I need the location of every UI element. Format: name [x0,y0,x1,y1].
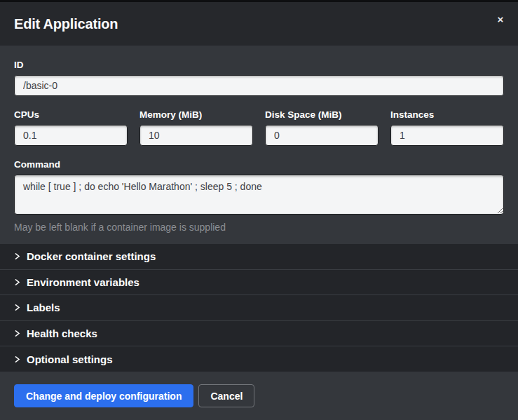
modal-footer: Change and deploy configuration Cancel [0,372,518,420]
accordion: Docker container settings Environment va… [0,244,518,372]
change-and-deploy-button[interactable]: Change and deploy configuration [14,384,193,407]
form-section: ID CPUs Memory (MiB) Disk Space (MiB) In… [0,46,518,244]
accordion-section-label: Environment variables [27,276,139,288]
cpus-field-label: CPUs [14,109,128,120]
chevron-right-icon [14,279,20,285]
instances-field-group: Instances [390,109,504,146]
accordion-section-labels[interactable]: Labels [0,295,518,321]
chevron-right-icon [14,330,20,337]
memory-field-group: Memory (MiB) [139,109,253,146]
accordion-section-optional-settings[interactable]: Optional settings [0,346,518,372]
cpus-field-group: CPUs [14,109,128,146]
resources-row: CPUs Memory (MiB) Disk Space (MiB) Insta… [14,109,504,146]
accordion-section-label: Optional settings [27,353,113,365]
modal-title: Edit Application [14,16,118,32]
disk-field-label: Disk Space (MiB) [265,109,379,120]
instances-input[interactable] [390,125,504,146]
accordion-section-label: Docker container settings [27,250,156,262]
memory-input[interactable] [139,125,253,146]
chevron-right-icon [14,253,20,259]
id-field-group: ID [14,60,504,96]
chevron-right-icon [14,356,20,363]
close-icon[interactable]: × [493,12,508,27]
accordion-section-environment-variables[interactable]: Environment variables [0,270,518,296]
memory-field-label: Memory (MiB) [139,109,253,120]
accordion-section-label: Health checks [27,327,97,339]
instances-field-label: Instances [390,109,504,120]
disk-field-group: Disk Space (MiB) [265,109,379,146]
edit-application-modal: Edit Application × ID CPUs Memory (MiB) … [0,0,518,420]
command-field-group: Command while [ true ] ; do echo 'Hello … [14,159,504,233]
cpus-input[interactable] [14,125,128,146]
command-textarea[interactable]: while [ true ] ; do echo 'Hello Marathon… [14,175,504,215]
modal-header: Edit Application × [0,0,518,46]
disk-input[interactable] [265,125,379,146]
accordion-section-label: Labels [27,302,60,313]
accordion-section-health-checks[interactable]: Health checks [0,321,518,347]
command-help-text: May be left blank if a container image i… [14,222,504,233]
cancel-button[interactable]: Cancel [198,384,254,407]
id-field-label: ID [14,60,504,70]
id-input[interactable] [14,75,504,96]
accordion-section-docker-container-settings[interactable]: Docker container settings [0,244,518,270]
command-field-label: Command [14,159,504,170]
chevron-right-icon [14,304,20,311]
